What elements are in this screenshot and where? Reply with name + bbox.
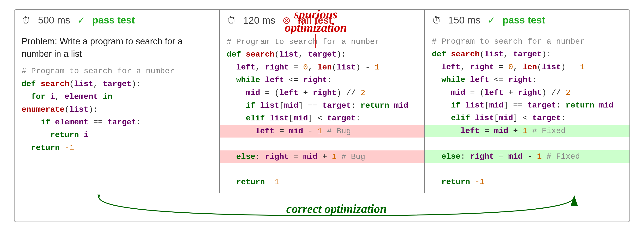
panels-row: ⏱ 500 ms ✓ pass test Problem: Write a pr… (14, 10, 630, 193)
status-text-left: pass test (92, 15, 135, 26)
status-icon-right: ✓ (488, 15, 496, 26)
timer-text-left: 500 ms (38, 15, 70, 26)
timer-icon-middle: ⏱ (227, 15, 236, 26)
panel-middle: ⏱ 120 ms ⊗ fail test # Program to search… (220, 10, 425, 193)
code-left: # Program to search for a number def sea… (22, 65, 212, 154)
status-icon-left: ✓ (77, 15, 85, 26)
timer-text-right: 150 ms (448, 15, 480, 26)
panel-middle-content: # Program to search for a number def sea… (220, 31, 424, 193)
timer-icon-right: ⏱ (432, 15, 441, 26)
arrow-area: correct optimization (14, 193, 630, 221)
correct-optimization-arrow: correct optimization (28, 195, 644, 220)
code-middle: # Program to search for a number def sea… (227, 35, 417, 189)
problem-text: Problem: Write a program to search for a… (22, 35, 212, 60)
panel-left-header: ⏱ 500 ms ✓ pass test (14, 10, 219, 31)
svg-text:correct optimization: correct optimization (286, 202, 387, 215)
panel-left-content: Problem: Write a program to search for a… (14, 31, 219, 193)
diagram-area: spuriousoptimization ⏱ 500 ms ✓ pass tes… (14, 9, 630, 222)
figure-caption: Figure 1: Correctness-preserving versus … (14, 229, 623, 230)
panel-left: ⏱ 500 ms ✓ pass test Problem: Write a pr… (14, 10, 220, 193)
status-text-right: pass test (502, 15, 545, 26)
main-container: spuriousoptimization ⏱ 500 ms ✓ pass tes… (14, 9, 630, 230)
code-right: # Program to search for a number def sea… (432, 35, 622, 188)
panel-right: ⏱ 150 ms ✓ pass test # Program to search… (425, 10, 630, 193)
timer-icon-left: ⏱ (22, 15, 31, 26)
spurious-label: spuriousoptimization (284, 8, 347, 34)
panel-right-header: ⏱ 150 ms ✓ pass test (425, 10, 630, 31)
timer-text-middle: 120 ms (243, 15, 276, 26)
panel-right-content: # Program to search for a number def sea… (425, 31, 630, 193)
